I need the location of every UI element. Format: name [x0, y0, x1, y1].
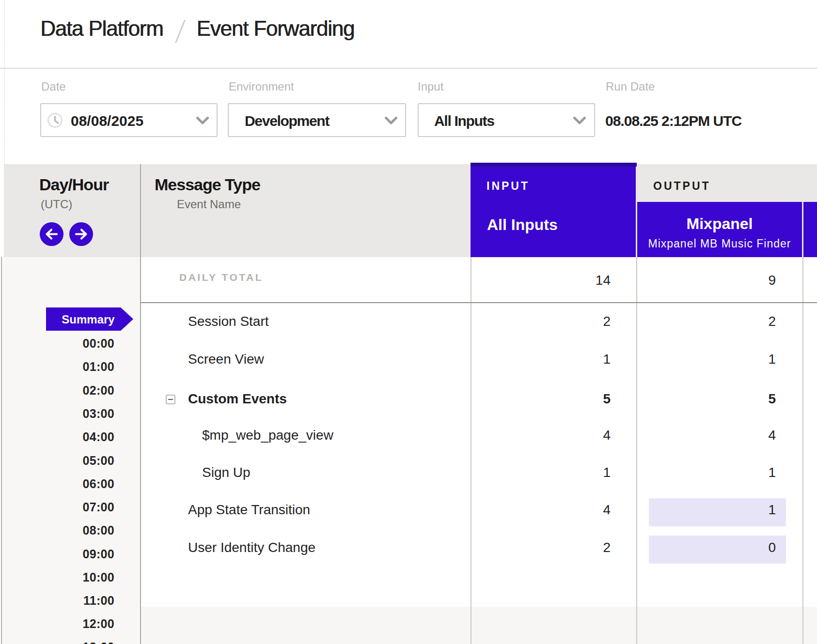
svg-text:Summary: Summary [62, 313, 115, 326]
